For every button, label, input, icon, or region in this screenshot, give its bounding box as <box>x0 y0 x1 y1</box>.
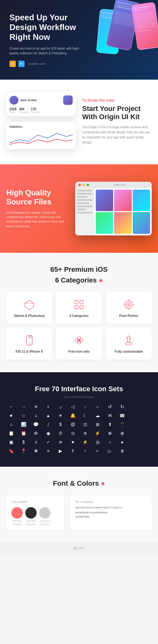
circle-icon: ○ <box>105 439 115 445</box>
chat-icon: 💬 <box>31 421 41 428</box>
up-icon: ▲ <box>43 412 53 419</box>
features-grid: Sketch & Photoshop 6 Categories <box>6 292 152 360</box>
alarm-icon: ⏰ <box>19 430 28 436</box>
cloud-icon: ☁ <box>93 412 102 419</box>
feature-card-sketch: Sketch & Photoshop <box>6 292 52 324</box>
mac-minimize-dot <box>82 184 85 186</box>
mac-titlebar: Origin UI Kit <box>75 182 152 188</box>
target-icon <box>123 299 134 310</box>
moon-icon: ☾ <box>80 412 90 419</box>
empty-icon-3 <box>130 412 139 419</box>
customizable-icon <box>122 334 135 347</box>
twitter-icon: t <box>80 448 90 454</box>
video-icon: ▶ <box>56 448 65 454</box>
categories-title-line2: 6 Categories ● <box>6 276 152 284</box>
hero-title: Speed Up Your Design Workflow Right Now <box>9 13 86 42</box>
cart-icon: ⊞ <box>93 421 102 428</box>
svg-line-2 <box>25 300 29 303</box>
origin-right: Try Design Kits today Start Your Project… <box>82 99 152 145</box>
font-box: SF UI Display ABCDEFGHIJKLMNOPQRSTUVWXYZ… <box>70 495 152 531</box>
mail-icon: ✉ <box>105 412 115 419</box>
empty-icon-2 <box>142 404 152 410</box>
avatar <box>9 96 18 105</box>
plus-icon: + <box>43 404 53 410</box>
hero-phones-illustration <box>77 0 158 70</box>
photoshop-badge: Ps <box>18 61 25 67</box>
heart-icon: ♥ <box>68 439 78 445</box>
swatch-code-red: #FF6161 <box>13 520 21 522</box>
color-palette-box: Color palette #FF6161 #FF6161 #1A1A28 #1… <box>6 495 64 531</box>
stat-3: 175 Followers <box>31 107 40 113</box>
email-icon: @ <box>68 421 78 428</box>
mac-window: Origin UI Kit <box>75 182 152 235</box>
stats-card: Statistics <box>6 122 76 149</box>
settings-icon: ⚙ <box>31 430 41 436</box>
mac-sidebar <box>75 188 94 235</box>
star-empty-icon: ☆ <box>19 412 28 419</box>
customize-icon <box>123 335 134 346</box>
hero-content: Speed Up Your Design Workflow Right Now … <box>9 13 86 67</box>
svg-line-3 <box>29 300 34 303</box>
phone-screen-2 <box>132 3 158 50</box>
svg-rect-4 <box>75 300 78 304</box>
profile-card: Jack Jordan 2318 Posts 384 Following 175… <box>6 92 76 116</box>
arrow-right-icon: → <box>19 404 28 410</box>
mobile-icon: 📱 <box>117 421 127 428</box>
googleplus-icon: g+ <box>93 448 102 454</box>
palette-label: Color palette <box>11 500 59 503</box>
sidebar-item <box>77 190 92 191</box>
mac-window-title: Origin UI Kit <box>91 184 149 186</box>
svg-point-23 <box>78 339 80 341</box>
origin-label-small: Try Design Kits today <box>82 99 152 102</box>
sidebar-item <box>77 196 88 198</box>
mac-main-content <box>94 188 152 235</box>
sidebar-item <box>77 205 92 207</box>
fire-icon: ≋ <box>80 430 90 436</box>
empty-icon-7 <box>130 430 139 436</box>
layers-icon: ❋ <box>31 448 41 454</box>
android-icon: ⚡ <box>93 430 102 436</box>
font-name-label: SF UI Display <box>75 500 147 503</box>
sketch-badge: S <box>9 61 16 67</box>
profile-card-header: Jack Jordan <box>9 95 73 105</box>
sketch-icon: S <box>12 62 14 65</box>
feature-label-ios: iOS 11 & iPhone X <box>15 350 43 353</box>
swatch-name-red: #FF6161 <box>13 523 21 526</box>
sun-icon: ☀ <box>56 412 65 419</box>
sidebar-item <box>77 212 92 214</box>
color-swatch-3: #C1C1C1 #C1C1C1 <box>39 507 51 526</box>
check-icon: ✓ <box>43 439 53 445</box>
bed-icon: ⊡ <box>80 421 90 428</box>
swatch-name-dark: #1A1A28 <box>27 523 36 526</box>
categories-icon <box>73 298 85 311</box>
hero-subtitle: Create any kind of an app for iOS faster… <box>9 46 86 56</box>
search-icon: ⌕ <box>56 404 65 410</box>
icons-section: Free 70 Interface Icon Sets Made with ♥ … <box>0 372 158 467</box>
music2-icon: ♬ <box>31 439 41 445</box>
location-icon: ◉ <box>43 430 53 436</box>
feature-label-custom: Fully customizable <box>115 350 143 353</box>
swatch-circle-gray <box>39 507 51 519</box>
empty-icon-10 <box>142 439 152 445</box>
hq-right: Origin UI Kit <box>75 182 152 235</box>
feature-card-categories: 6 Categories <box>56 292 102 324</box>
home-icon: ⌂ <box>6 421 16 428</box>
refresh-right-icon: ↻ <box>117 404 127 410</box>
svg-rect-6 <box>75 305 78 309</box>
color-swatch-2: #1A1A28 #1A1A28 <box>25 507 37 526</box>
origin-left: Jack Jordan 2318 Posts 384 Following 175… <box>6 92 76 152</box>
mac-card-4 <box>96 212 113 234</box>
swatch-code-dark: #1A1A28 <box>27 520 36 522</box>
stat-2: 384 Following <box>19 107 28 113</box>
font-lowercase: abcdefghijklmnopqrstuvwxyz <box>75 511 147 514</box>
svg-marker-24 <box>126 336 131 343</box>
sidebar-item <box>77 199 92 201</box>
color-swatch-1: #FF6161 #FF6161 <box>11 507 23 526</box>
empty-icon-8 <box>142 430 152 436</box>
refresh-left-icon: ↺ <box>105 404 115 410</box>
bell-icon: 🔔 <box>68 412 78 419</box>
hero-badges: S Ps Available soon <box>9 61 86 67</box>
svg-rect-5 <box>80 300 83 304</box>
color-swatches: #FF6161 #FF6161 #1A1A28 #1A1A28 #C1C1C1 … <box>11 507 59 526</box>
swatch-circle-red <box>11 507 23 519</box>
